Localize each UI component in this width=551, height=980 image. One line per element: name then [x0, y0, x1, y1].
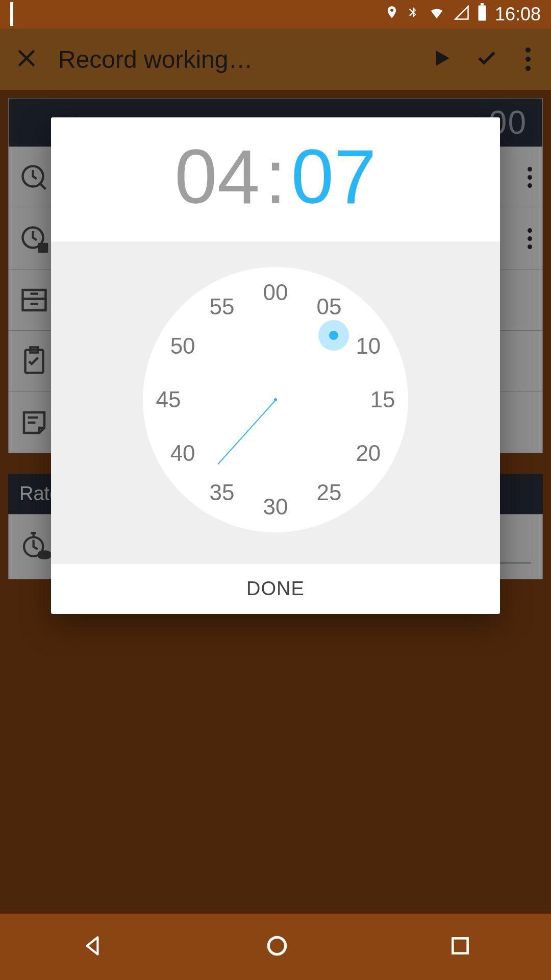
clock-tick-25[interactable]: 25: [311, 480, 347, 505]
wifi-icon: [427, 4, 447, 25]
clock-tick-00[interactable]: 00: [258, 280, 293, 305]
status-bar: 16:08: [0, 0, 551, 29]
done-button[interactable]: DONE: [51, 563, 500, 614]
clock-hand: [218, 399, 277, 464]
clock-tick-40[interactable]: 40: [165, 440, 201, 466]
clock-tick-15[interactable]: 15: [365, 387, 400, 412]
back-icon[interactable]: [80, 933, 105, 961]
cell-icon: [454, 4, 469, 25]
clock-tick-20[interactable]: 20: [350, 440, 386, 466]
clock-tick-30[interactable]: 30: [258, 494, 293, 520]
battery-icon: [477, 3, 488, 26]
navigation-bar: [0, 914, 551, 980]
clock-tick-55[interactable]: 55: [204, 294, 240, 320]
clock-face[interactable]: 000510152025303540455055: [143, 267, 408, 532]
hours-value[interactable]: 04: [174, 134, 260, 219]
status-time: 16:08: [495, 4, 541, 25]
time-display: 04:07: [51, 117, 500, 241]
svg-rect-1: [481, 3, 484, 6]
picture-icon: [10, 4, 13, 25]
clock-hand-knob[interactable]: [318, 320, 349, 351]
recents-icon[interactable]: [449, 935, 471, 959]
clock-tick-05[interactable]: 05: [311, 294, 347, 320]
home-icon[interactable]: [264, 933, 290, 961]
clock-tick-35[interactable]: 35: [204, 480, 240, 505]
svg-point-12: [268, 937, 285, 954]
clock-tick-10[interactable]: 10: [350, 333, 386, 359]
minutes-value[interactable]: 07: [291, 134, 377, 219]
bluetooth-icon: [406, 3, 419, 27]
time-picker-dialog: 04:07 000510152025303540455055 DONE: [51, 117, 500, 614]
clock-tick-45[interactable]: 45: [151, 387, 186, 412]
svg-rect-13: [453, 938, 467, 953]
location-icon: [385, 3, 399, 26]
clock-tick-50[interactable]: 50: [165, 333, 201, 359]
svg-rect-0: [478, 5, 486, 20]
